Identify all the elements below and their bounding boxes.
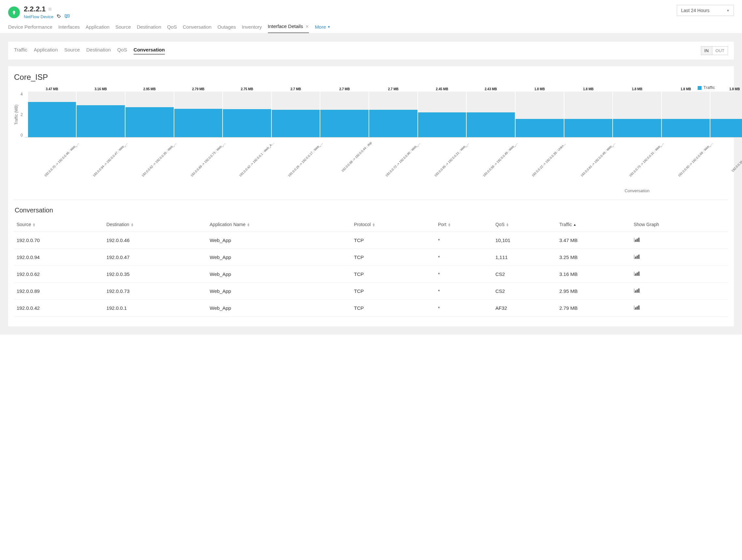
page-header: 2.2.2.1 ≡ NetFlow Device Last 24 Hours ▼ bbox=[0, 0, 742, 19]
tab-inventory[interactable]: Inventory bbox=[242, 24, 262, 33]
svg-rect-11 bbox=[635, 274, 636, 275]
subtab-destination[interactable]: Destination bbox=[86, 47, 111, 55]
cell-destination: 192.0.0.35 bbox=[104, 266, 207, 283]
table-row: 192.0.0.89192.0.0.73Web_AppTCP*CS22.95 M… bbox=[14, 283, 728, 300]
cell-traffic: 2.95 MB bbox=[557, 283, 631, 300]
svg-rect-6 bbox=[637, 239, 638, 241]
subtab-application[interactable]: Application bbox=[34, 47, 58, 55]
tab-application[interactable]: Application bbox=[86, 24, 109, 33]
bar[interactable]: 1.8 MB bbox=[710, 92, 742, 137]
subtab-qos[interactable]: QoS bbox=[117, 47, 127, 55]
subtab-source[interactable]: Source bbox=[64, 47, 80, 55]
hamburger-icon[interactable]: ≡ bbox=[48, 6, 51, 13]
bar[interactable]: 3.16 MB bbox=[76, 92, 125, 137]
col-destination[interactable]: Destination▲▼ bbox=[104, 217, 207, 232]
tab-qos[interactable]: QoS bbox=[167, 24, 177, 33]
tab-source[interactable]: Source bbox=[115, 24, 131, 33]
col-traffic[interactable]: Traffic▲ bbox=[557, 217, 631, 232]
show-graph-button[interactable] bbox=[631, 249, 728, 266]
subtab-traffic[interactable]: Traffic bbox=[14, 47, 28, 55]
show-graph-button[interactable] bbox=[631, 232, 728, 249]
sub-tabs: TrafficApplicationSourceDestinationQoSCo… bbox=[14, 47, 165, 55]
cell-port: * bbox=[435, 232, 493, 249]
chart-legend: Traffic bbox=[14, 85, 728, 90]
bar[interactable]: 2.7 MB bbox=[320, 92, 369, 137]
cell-source: 192.0.0.70 bbox=[14, 232, 104, 249]
bar[interactable]: 1.8 MB bbox=[662, 92, 710, 137]
workspace: TrafficApplicationSourceDestinationQoSCo… bbox=[0, 34, 742, 335]
tab-device-performance[interactable]: Device Performance bbox=[8, 24, 52, 33]
cell-traffic: 3.25 MB bbox=[557, 249, 631, 266]
bar[interactable]: 2.75 MB bbox=[223, 92, 271, 137]
tab-destination[interactable]: Destination bbox=[137, 24, 161, 33]
cell-port: * bbox=[435, 300, 493, 317]
cell-application: Web_App bbox=[207, 266, 352, 283]
device-type-link[interactable]: NetFlow Device bbox=[24, 14, 53, 19]
cell-qos: AF32 bbox=[493, 300, 556, 317]
svg-rect-10 bbox=[638, 255, 639, 258]
subtab-conversation[interactable]: Conversation bbox=[134, 47, 165, 55]
bar[interactable]: 1.8 MB bbox=[565, 92, 613, 137]
cell-protocol: TCP bbox=[351, 300, 435, 317]
direction-in[interactable]: IN bbox=[701, 47, 712, 55]
col-qos[interactable]: QoS▲▼ bbox=[493, 217, 556, 232]
cell-application: Web_App bbox=[207, 283, 352, 300]
cell-traffic: 3.16 MB bbox=[557, 266, 631, 283]
show-graph-button[interactable] bbox=[631, 283, 728, 300]
bar[interactable]: 2.7 MB bbox=[272, 92, 320, 137]
tab-outages[interactable]: Outages bbox=[217, 24, 236, 33]
svg-rect-18 bbox=[637, 306, 638, 309]
chart-bars: 3.47 MB3.16 MB2.95 MB2.79 MB2.75 MB2.7 M… bbox=[25, 92, 742, 137]
svg-rect-13 bbox=[638, 272, 639, 275]
time-range-select[interactable]: Last 24 Hours ▼ bbox=[677, 5, 734, 16]
bar[interactable]: 3.47 MB bbox=[28, 92, 76, 137]
col-show-graph: Show Graph bbox=[631, 217, 728, 232]
col-port[interactable]: Port▲▼ bbox=[435, 217, 493, 232]
bar[interactable]: 1.8 MB bbox=[516, 92, 564, 137]
subtabs-panel: TrafficApplicationSourceDestinationQoSCo… bbox=[8, 42, 734, 60]
bar[interactable]: 2.79 MB bbox=[174, 92, 223, 137]
cell-destination: 192.0.0.73 bbox=[104, 283, 207, 300]
bar[interactable]: 2.45 MB bbox=[418, 92, 466, 137]
bar[interactable]: 2.95 MB bbox=[125, 92, 174, 137]
svg-rect-17 bbox=[635, 307, 636, 309]
tab-interface-details[interactable]: Interface Details ✕ bbox=[268, 23, 309, 33]
chart-panel: Core_ISP Traffic Traffic (MB) 420 3.47 M… bbox=[8, 66, 734, 326]
direction-out[interactable]: OUT bbox=[712, 47, 728, 55]
cell-destination: 192.0.0.1 bbox=[104, 300, 207, 317]
y-axis-label: Traffic (MB) bbox=[14, 105, 18, 125]
svg-rect-19 bbox=[638, 305, 639, 309]
cell-application: Web_App bbox=[207, 300, 352, 317]
cell-protocol: TCP bbox=[351, 283, 435, 300]
legend-swatch bbox=[698, 86, 702, 90]
col-protocol[interactable]: Protocol▲▼ bbox=[351, 217, 435, 232]
svg-rect-5 bbox=[635, 240, 636, 241]
x-labels: 192.0.0.70 -> 192.0.0.46 : Web_App192.0.… bbox=[25, 139, 742, 188]
cell-source: 192.0.0.94 bbox=[14, 249, 104, 266]
svg-rect-14 bbox=[635, 291, 636, 292]
bar[interactable]: 2.7 MB bbox=[369, 92, 417, 137]
svg-rect-9 bbox=[637, 256, 638, 258]
cell-application: Web_App bbox=[207, 249, 352, 266]
table-row: 192.0.0.70192.0.0.46Web_AppTCP*10,1013.4… bbox=[14, 232, 728, 249]
col-source[interactable]: Source▲▼ bbox=[14, 217, 104, 232]
title-block: 2.2.2.1 ≡ NetFlow Device bbox=[24, 5, 70, 19]
cell-traffic: 3.47 MB bbox=[557, 232, 631, 249]
tag-icon[interactable] bbox=[57, 14, 61, 19]
chat-icon[interactable] bbox=[64, 14, 70, 19]
caret-down-icon: ▼ bbox=[327, 25, 330, 29]
show-graph-button[interactable] bbox=[631, 266, 728, 283]
show-graph-button[interactable] bbox=[631, 300, 728, 317]
table-row: 192.0.0.62192.0.0.35Web_AppTCP*CS23.16 M… bbox=[14, 266, 728, 283]
table-row: 192.0.0.42192.0.0.1Web_AppTCP*AF322.79 M… bbox=[14, 300, 728, 317]
col-application[interactable]: Application Name▲▼ bbox=[207, 217, 352, 232]
header-left: 2.2.2.1 ≡ NetFlow Device bbox=[8, 5, 70, 19]
bar[interactable]: 2.43 MB bbox=[467, 92, 515, 137]
svg-point-2 bbox=[66, 16, 66, 16]
bar[interactable]: 1.8 MB bbox=[613, 92, 661, 137]
tab-more[interactable]: More ▼ bbox=[315, 24, 330, 33]
cell-source: 192.0.0.89 bbox=[14, 283, 104, 300]
tab-conversation[interactable]: Conversation bbox=[183, 24, 211, 33]
tab-interfaces[interactable]: Interfaces bbox=[58, 24, 80, 33]
close-icon[interactable]: ✕ bbox=[305, 24, 309, 29]
